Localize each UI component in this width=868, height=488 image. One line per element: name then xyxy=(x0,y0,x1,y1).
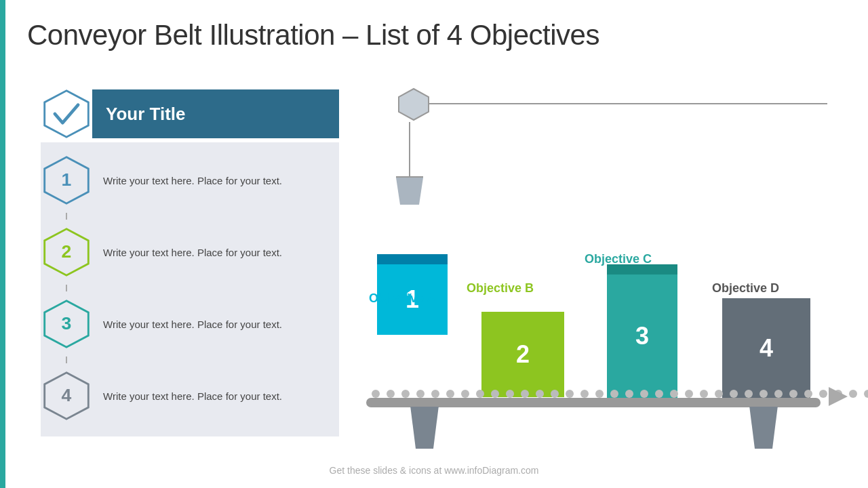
belt-dot xyxy=(387,390,395,398)
footer: Get these slides & icons at www.infoDiag… xyxy=(0,465,868,476)
hex-2: 2 xyxy=(41,226,92,278)
belt-dot xyxy=(655,390,663,398)
belt-dot xyxy=(789,390,797,398)
list-item-text-1: Write your text here. Place for your tex… xyxy=(103,174,282,188)
belt-dot xyxy=(372,390,380,398)
objective-c-label: Objective C xyxy=(585,252,652,266)
belt-dot xyxy=(715,390,723,398)
belt-dot xyxy=(819,390,827,398)
belt-track xyxy=(366,398,821,407)
list-item-3: 3 Write your text here. Place for your t… xyxy=(41,291,328,357)
list-item-2: 2 Write your text here. Place for your t… xyxy=(41,220,328,285)
belt-dot xyxy=(431,390,439,398)
box-4-number: 4 xyxy=(760,334,773,363)
belt-dot xyxy=(536,390,544,398)
objective-b-label: Objective B xyxy=(467,281,534,296)
crane-top-line xyxy=(412,103,827,104)
belt-dot xyxy=(730,390,738,398)
hex-1: 1 xyxy=(41,155,92,206)
belt-dot xyxy=(864,390,868,398)
belt-dot xyxy=(760,390,768,398)
hex-3: 3 xyxy=(41,298,92,350)
connector-3-4 xyxy=(66,357,67,363)
svg-marker-9 xyxy=(399,89,429,120)
belt-dot xyxy=(685,390,693,398)
objective-a-label: Objective A xyxy=(369,291,435,306)
belt-dot xyxy=(416,390,425,398)
box-3: 3 xyxy=(607,274,677,398)
belt-dot xyxy=(566,390,574,398)
box-2-number: 2 xyxy=(516,340,530,369)
title-box: Your Title xyxy=(92,89,339,138)
list-item-4: 4 Write your text here. Place for your t… xyxy=(41,363,328,428)
belt-dot xyxy=(491,390,499,398)
left-accent-bar xyxy=(0,0,5,488)
belt-dot xyxy=(640,390,648,398)
roller-right xyxy=(746,407,781,449)
belt-dot xyxy=(401,390,410,398)
belt-dot xyxy=(774,390,783,398)
belt-arrow xyxy=(829,387,848,406)
belt-dot xyxy=(580,390,589,398)
belt-dot xyxy=(551,390,559,398)
hex-4: 4 xyxy=(41,370,92,422)
list-container: 1 Write your text here. Place for your t… xyxy=(41,142,339,436)
svg-marker-10 xyxy=(396,178,423,205)
list-item-text-2: Write your text here. Place for your tex… xyxy=(103,245,282,260)
belt-dot xyxy=(804,390,812,398)
belt-dot xyxy=(595,390,604,398)
title-row: Your Title xyxy=(41,88,339,140)
svg-text:4: 4 xyxy=(62,385,72,405)
roller-left xyxy=(407,407,442,449)
crane-head xyxy=(396,87,431,125)
belt-dot xyxy=(610,390,618,398)
box-3-number: 3 xyxy=(635,322,649,350)
belt-dot xyxy=(670,390,678,398)
connector-2-3 xyxy=(66,285,67,291)
belt-dots xyxy=(366,390,821,398)
belt-dot xyxy=(521,390,529,398)
page-title: Conveyor Belt Illustration – List of 4 O… xyxy=(27,19,599,52)
box-4: 4 xyxy=(722,298,810,398)
svg-marker-0 xyxy=(45,91,89,137)
list-item-text-4: Write your text here. Place for your tex… xyxy=(103,389,282,403)
left-panel: Your Title 1 Write your text here. Place… xyxy=(41,88,339,436)
box1-cap xyxy=(377,254,448,265)
svg-text:1: 1 xyxy=(62,169,72,190)
objective-c-text: Objective C xyxy=(585,252,652,266)
list-item-text-3: Write your text here. Place for your tex… xyxy=(103,317,282,331)
belt-dot xyxy=(461,390,469,398)
belt-dot xyxy=(700,390,708,398)
objective-d-label: Objective D xyxy=(712,281,779,296)
objective-d-text: Objective D xyxy=(712,281,779,295)
svg-text:2: 2 xyxy=(62,241,72,262)
objective-a-text: Objective A xyxy=(369,291,435,305)
title-hex xyxy=(41,88,92,140)
crane-hex xyxy=(396,87,431,125)
crane-hook xyxy=(391,178,429,207)
belt-dot xyxy=(745,390,753,398)
list-item-1: 1 Write your text here. Place for your t… xyxy=(41,148,328,213)
svg-text:3: 3 xyxy=(62,313,72,333)
belt-dot xyxy=(476,390,484,398)
connector-1-2 xyxy=(66,213,67,220)
belt-dot xyxy=(446,390,454,398)
belt-dot xyxy=(849,390,857,398)
footer-text: Get these slides & icons at www.infoDiag… xyxy=(330,465,539,476)
box-2: 2 xyxy=(481,312,564,397)
crane-shaft xyxy=(409,122,410,176)
belt-dot xyxy=(506,390,514,398)
right-panel: 1 Objective A 2 Objective B 3 Objective … xyxy=(366,75,848,468)
belt-dot xyxy=(625,390,633,398)
objective-b-text: Objective B xyxy=(467,281,534,295)
slide-title-text: Your Title xyxy=(106,104,186,125)
